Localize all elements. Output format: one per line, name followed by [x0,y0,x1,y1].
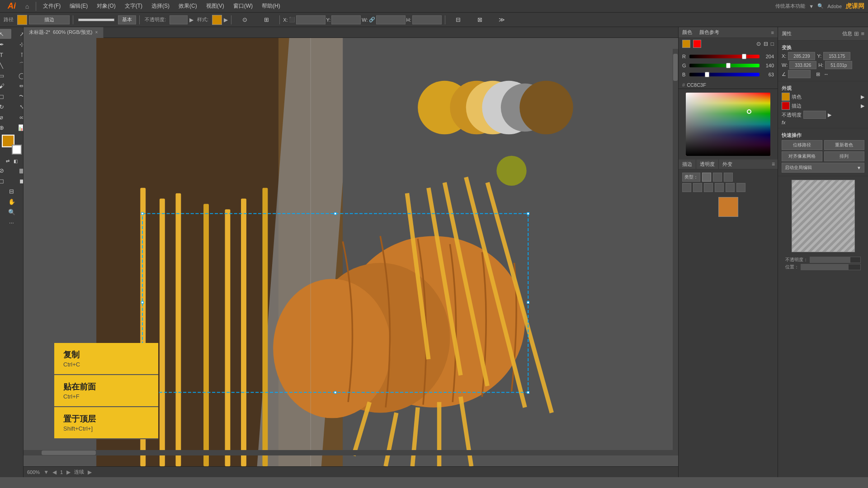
menu-text[interactable]: 文字(T) [121,1,146,11]
smooth-tool[interactable]: 〜 [12,91,24,101]
hex-value[interactable]: CC8C3F [687,82,706,88]
more-tools[interactable]: ··· [2,217,22,227]
fill-arrow[interactable]: ▶ [861,94,864,100]
stroke-color-swatch[interactable] [693,40,701,48]
horizontal-scrollbar[interactable] [24,450,673,455]
w-input[interactable]: 153.175 [376,15,406,24]
cap-1[interactable] [682,183,691,192]
nav-left[interactable]: ◀ [52,469,57,475]
hand-tool[interactable]: ✋ [2,197,22,206]
opacity-arrow2[interactable]: ▶ [828,112,831,118]
stroke-swatch[interactable] [782,102,790,110]
g-track[interactable] [689,64,760,67]
cap-2[interactable] [693,183,702,192]
menu-file[interactable]: 文件(F) [39,1,64,11]
menu-window[interactable]: 窗口(W) [230,1,256,11]
swap-colors-icon[interactable]: ⇄ [5,158,11,164]
stroke-type-3[interactable] [724,173,733,182]
r-track[interactable] [689,55,760,58]
tab-close-btn[interactable]: × [95,30,98,35]
arrange-btn[interactable]: 排列 [824,151,865,161]
link-icon[interactable]: 🔗 [369,17,375,23]
global-edit-arrow[interactable]: ▼ [857,165,861,170]
stroke-type-1[interactable] [702,173,711,182]
stroke-arrow[interactable]: ▶ [861,103,864,109]
join-1[interactable] [715,183,724,192]
spectrum-icon[interactable]: ⊙ [756,41,761,47]
transparency-swatch[interactable] [718,197,738,217]
menu-edit[interactable]: 编辑(E) [66,1,91,11]
g-thumb[interactable] [726,63,731,68]
global-edit-btn[interactable]: 启动全局编辑 ▼ [782,163,864,173]
gradient-icon[interactable]: ▦ [12,165,24,175]
context-paste-front[interactable]: 贴在前面 Ctrl+F [54,375,158,407]
transform-icon[interactable]: ⊞ [256,15,276,25]
arc-tool[interactable]: ⌒ [12,60,24,70]
stroke-tab[interactable]: 描边 [679,160,696,169]
join-3[interactable] [736,183,745,192]
align-icon[interactable]: ⊟ [448,15,468,25]
panel-menu-btn[interactable]: ≡ [771,30,774,35]
y-input[interactable]: 333.826 [331,15,361,24]
cap-3[interactable] [704,183,713,192]
status-arrow[interactable]: ▶ [88,469,92,475]
stroke-type-2[interactable] [713,173,722,182]
grid-view-icon[interactable]: ⊞ [854,30,859,37]
toolbar-shape-select[interactable] [29,15,70,24]
align-pixel-btn[interactable]: 对齐像素网格 [782,151,822,161]
rgb-icon[interactable]: ⊟ [764,41,768,47]
ty-input[interactable] [823,52,850,60]
line-tool[interactable]: ╲ [0,60,11,70]
rect-tool[interactable]: ▭ [0,70,11,80]
symbol-tool[interactable]: ⊕ [0,122,11,132]
tw-input[interactable] [789,61,816,69]
fill-color-swatch[interactable] [682,40,690,48]
scale-tool[interactable]: ⤡ [12,102,24,112]
toolbar-fill-swatch[interactable] [17,15,27,25]
tx-input[interactable] [788,52,815,60]
home-icon[interactable]: ⌂ [22,1,33,12]
style-arrow[interactable]: ▶ [224,17,228,23]
document-tab[interactable]: 未标题-2* 600% (RGB/预览) × [24,27,104,38]
cmyk-icon[interactable]: □ [771,41,774,47]
r-thumb[interactable] [742,54,746,59]
recolor-icon[interactable]: ⊙ [235,15,255,25]
normal-mode-icon[interactable]: ◻ [0,176,11,186]
menu-help[interactable]: 帮助(H) [258,1,284,11]
art-board-tool[interactable]: ⊟ [2,186,22,196]
pencil-tool[interactable]: ✏ [12,81,24,91]
type-tool[interactable]: T [0,50,11,60]
eraser-tool[interactable]: ◻ [0,91,11,101]
b-thumb[interactable] [705,72,709,77]
bg-swatch[interactable] [12,145,22,155]
dropdown-icon[interactable]: ▼ [809,4,814,9]
zoom-tool[interactable]: 🔍 [2,207,22,217]
trans-opacity-bar[interactable] [810,257,861,263]
th-input[interactable] [825,61,852,69]
opacity-input[interactable]: 100% [170,15,188,24]
menu-view[interactable]: 视图(V) [203,1,228,11]
rotate-tool[interactable]: ↻ [0,102,11,112]
context-bring-front[interactable]: 置于顶层 Shift+Ctrl+] [54,407,158,439]
more-icon[interactable]: ≫ [492,15,512,25]
trans-pos-bar[interactable] [801,264,861,270]
ellipse-tool[interactable]: ◯ [12,70,24,80]
angle-input[interactable]: 0° [788,70,811,78]
brush-tool[interactable]: 🖌 [0,81,11,91]
search-icon[interactable]: 🔍 [817,3,824,9]
opacity-arrow[interactable]: ▶ [189,17,193,23]
stroke-btn1[interactable]: 类型： [682,173,700,182]
color-spectrum[interactable] [686,93,770,156]
anchor-tool[interactable]: ⊹ [12,39,24,49]
mask-mode-icon[interactable]: ◼ [12,176,24,186]
menu-effect[interactable]: 效果(C) [175,1,201,11]
vertical-scrollbar[interactable] [673,49,678,455]
menu-select[interactable]: 选择(S) [148,1,173,11]
nav-right[interactable]: ▶ [66,469,71,475]
pen-tool[interactable]: ✒ [0,39,11,49]
direct-select-tool[interactable]: ↗ [12,29,24,39]
panel-options-btn[interactable]: ≡ [769,160,778,169]
list-view-icon[interactable]: ≡ [861,30,864,37]
x-input[interactable]: 285.239 [296,15,326,24]
b-track[interactable] [689,73,760,76]
